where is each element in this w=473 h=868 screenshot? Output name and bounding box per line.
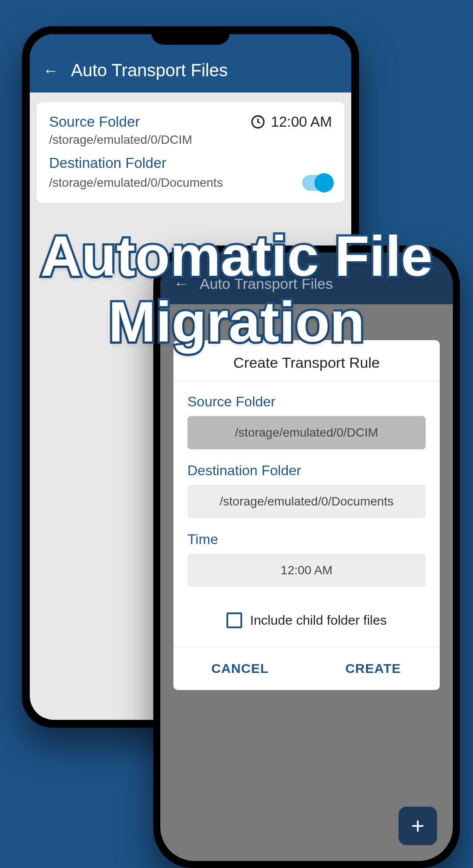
source-folder-input[interactable]: /storage/emulated/0/DCIM [187, 416, 426, 449]
back-arrow-icon[interactable]: ← [43, 61, 59, 80]
clock-icon [250, 114, 266, 130]
promo-title: Automatic File Migration [0, 224, 473, 355]
destination-folder-input[interactable]: /storage/emulated/0/Documents [187, 485, 426, 518]
source-path: /storage/emulated/0/DCIM [49, 133, 332, 147]
card-bottom-row: /storage/emulated/0/Documents [49, 174, 332, 191]
create-button[interactable]: CREATE [307, 647, 440, 690]
destination-path: /storage/emulated/0/Documents [49, 174, 223, 191]
header-title: Auto Transport Files [71, 60, 228, 80]
time-label: Time [187, 531, 426, 548]
source-folder-label: Source Folder [187, 394, 426, 410]
time-text: 12:00 AM [271, 114, 332, 130]
schedule-time: 12:00 AM [250, 114, 332, 130]
source-folder-label: Source Folder [49, 114, 140, 130]
phone-notch [151, 26, 230, 45]
transport-rule-card[interactable]: Source Folder 12:00 AM /storage/emulated… [37, 102, 344, 203]
promo-line1: Automatic File [0, 224, 473, 289]
add-fab-button[interactable]: + [399, 807, 437, 845]
time-input[interactable]: 12:00 AM [187, 554, 426, 587]
destination-folder-label: Destination Folder [187, 462, 426, 479]
destination-folder-label: Destination Folder [49, 155, 332, 171]
checkbox-label: Include child folder files [250, 613, 387, 628]
enable-toggle[interactable] [302, 175, 332, 191]
card-top-row: Source Folder 12:00 AM [49, 114, 332, 130]
dialog-body: Source Folder /storage/emulated/0/DCIM D… [173, 381, 440, 647]
dialog-actions: CANCEL CREATE [173, 647, 440, 690]
plus-icon: + [411, 813, 424, 839]
promo-line2: Migration [0, 289, 473, 355]
checkbox-icon[interactable] [226, 612, 242, 628]
include-children-row[interactable]: Include child folder files [187, 600, 426, 642]
create-rule-dialog: Create Transport Rule Source Folder /sto… [173, 340, 440, 690]
cancel-button[interactable]: CANCEL [173, 647, 307, 690]
